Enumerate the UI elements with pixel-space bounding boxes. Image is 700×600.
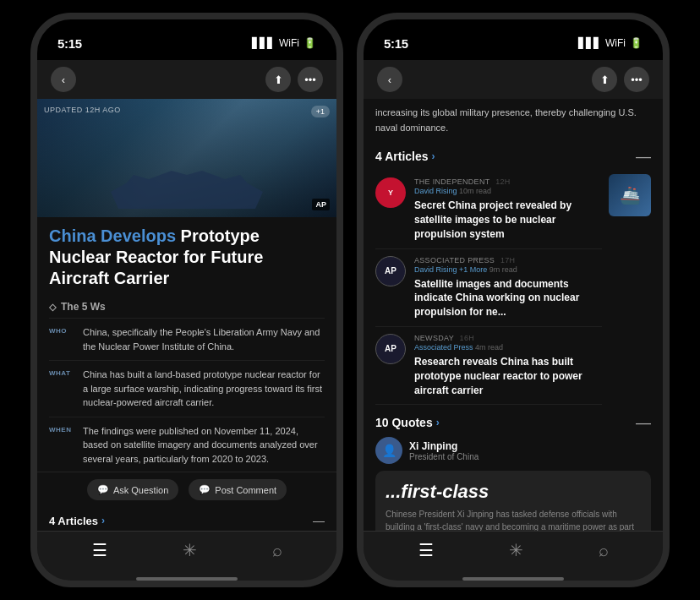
articles-chevron-2: › bbox=[432, 150, 435, 162]
ask-icon-1: 💬 bbox=[97, 484, 109, 495]
hero-image: UPDATED 12H AGO AP +1 bbox=[37, 99, 336, 217]
quote-context: Chinese President Xi Jinping has tasked … bbox=[386, 508, 641, 531]
article-card-3[interactable]: AP NEWSDAY 16H Associated Press 4m read … bbox=[375, 327, 602, 405]
ws-what-text: China has built a land-based prototype n… bbox=[83, 368, 325, 410]
quote-avatar: 👤 bbox=[375, 437, 402, 464]
article-thumb-right: 🚢 bbox=[609, 174, 651, 216]
ws-when-label: WHEN bbox=[49, 424, 74, 466]
title-newsday: Research reveals China has built prototy… bbox=[414, 355, 602, 397]
article-card-2[interactable]: AP ASSOCIATED PRESS 17H David Rising +1 … bbox=[375, 249, 602, 327]
quotes-section: 10 Quotes › — 👤 Xi Jinping President of … bbox=[364, 408, 663, 531]
status-bar-1: 5:15 ▋▋▋ WiFi 🔋 bbox=[37, 19, 336, 60]
ws-when-text: The findings were published on November … bbox=[83, 424, 325, 466]
news-icon-2: ☰ bbox=[418, 540, 434, 560]
avatar-newsday: AP bbox=[375, 334, 406, 364]
articles-section-title: 4 Articles › bbox=[375, 150, 435, 163]
articles-row: Y THE INDEPENDENT 12H David Rising 10m r… bbox=[375, 171, 651, 405]
nav-bar-1: ‹ ⬆ ••• bbox=[37, 60, 336, 99]
five-ws-label: The 5 Ws bbox=[61, 301, 106, 313]
tab-star-1[interactable]: ✳ bbox=[183, 540, 197, 560]
back-button-1[interactable]: ‹ bbox=[51, 67, 76, 92]
dynamic-island-2 bbox=[446, 30, 539, 53]
share-button-1[interactable]: ⬆ bbox=[265, 67, 291, 92]
post-comment-button-1[interactable]: 💬 Post Comment bbox=[189, 479, 287, 500]
phone2-content: increasing its global military presence,… bbox=[364, 99, 663, 531]
status-time-1: 5:15 bbox=[57, 36, 82, 51]
article-card-body-2: ASSOCIATED PRESS 17H David Rising +1 Mor… bbox=[414, 256, 602, 319]
share-button-2[interactable]: ⬆ bbox=[592, 67, 617, 92]
ws-what: WHAT China has built a land-based protot… bbox=[49, 360, 325, 417]
quote-author-name: Xi Jinping bbox=[409, 440, 479, 452]
source-newsday: NEWSDAY 16H bbox=[414, 334, 602, 342]
ws-when: WHEN The findings were published on Nove… bbox=[49, 417, 325, 472]
tab-bar-2: ☰ ✳ ⌕ bbox=[364, 531, 663, 574]
quote-card: ...first-class Chinese President Xi Jinp… bbox=[375, 471, 651, 531]
articles-bar-left-1: 4 Articles › bbox=[49, 515, 105, 527]
quotes-collapse[interactable]: — bbox=[636, 415, 651, 430]
more-button-2[interactable]: ••• bbox=[624, 67, 649, 92]
article-card-body-3: NEWSDAY 16H Associated Press 4m read Res… bbox=[414, 334, 602, 397]
quote-text: ...first-class bbox=[386, 481, 641, 503]
scrolled-article: increasing its global military presence,… bbox=[364, 99, 663, 142]
article-title: China Develops Prototype Nuclear Reactor… bbox=[49, 226, 325, 289]
phone-2: 5:15 ▋▋▋ WiFi 🔋 ‹ ⬆ ••• increasing its g… bbox=[357, 13, 670, 587]
title-ap-1: Satellite images and documents indicate … bbox=[414, 277, 602, 319]
title-highlight: China Develops bbox=[49, 226, 176, 245]
plus-badge: +1 bbox=[311, 106, 330, 117]
home-indicator-2 bbox=[462, 577, 564, 581]
ws-who: WHO China, specifically the People's Lib… bbox=[49, 318, 325, 360]
tab-news-1[interactable]: ☰ bbox=[92, 540, 107, 560]
ws-who-text: China, specifically the People's Liberat… bbox=[83, 325, 325, 353]
title-independent: Secret China project revealed by satelli… bbox=[414, 199, 602, 241]
status-icons-1: ▋▋▋ WiFi 🔋 bbox=[252, 37, 316, 49]
articles-bar-1[interactable]: 4 Articles › — bbox=[37, 507, 336, 531]
nav-actions-2: ⬆ ••• bbox=[592, 67, 649, 92]
ask-label-1: Ask Question bbox=[113, 485, 168, 495]
author-newsday: Associated Press 4m read bbox=[414, 343, 602, 352]
battery-icon-2: 🔋 bbox=[630, 37, 643, 49]
nav-bar-2: ‹ ⬆ ••• bbox=[364, 60, 663, 99]
quote-author-info: Xi Jinping President of China bbox=[409, 440, 479, 461]
wifi-icon: WiFi bbox=[279, 37, 299, 49]
ws-what-label: WHAT bbox=[49, 368, 74, 410]
comment-label-1: Post Comment bbox=[215, 485, 276, 495]
article-title-block: China Develops Prototype Nuclear Reactor… bbox=[37, 217, 336, 296]
search-icon-1: ⌕ bbox=[272, 541, 282, 560]
home-indicator-1 bbox=[136, 577, 238, 581]
star-icon-2: ✳ bbox=[509, 540, 523, 560]
phone-1: 5:15 ▋▋▋ WiFi 🔋 ‹ ⬆ ••• UPDATED 12H AGO … bbox=[30, 13, 343, 587]
article-card-1[interactable]: Y THE INDEPENDENT 12H David Rising 10m r… bbox=[375, 171, 602, 248]
articles-section-2: 4 Articles › — Y THE INDEPENDENT 12H Dav… bbox=[364, 142, 663, 408]
quote-author-row: 👤 Xi Jinping President of China bbox=[375, 437, 651, 464]
tab-search-1[interactable]: ⌕ bbox=[272, 541, 282, 560]
news-icon-1: ☰ bbox=[92, 540, 107, 560]
source-independent: THE INDEPENDENT 12H bbox=[414, 177, 602, 186]
ws-who-label: WHO bbox=[49, 325, 74, 353]
tab-bar-1: ☰ ✳ ⌕ bbox=[37, 531, 336, 574]
articles-section-header: 4 Articles › — bbox=[375, 149, 651, 164]
quotes-chevron: › bbox=[436, 417, 440, 428]
articles-collapse-1[interactable]: — bbox=[313, 514, 325, 527]
bottom-actions-1: 💬 Ask Question 💬 Post Comment bbox=[37, 472, 336, 507]
five-ws-section[interactable]: The 5 Ws WHO China, specifically the Peo… bbox=[37, 296, 336, 472]
signal-icon-2: ▋▋▋ bbox=[578, 37, 601, 49]
status-time-2: 5:15 bbox=[384, 36, 408, 51]
back-button-2[interactable]: ‹ bbox=[377, 67, 402, 92]
articles-count-1: 4 Articles bbox=[49, 515, 98, 527]
quote-author-title: President of China bbox=[409, 452, 479, 461]
ask-question-button-1[interactable]: 💬 Ask Question bbox=[87, 479, 178, 500]
avatar-ap-1: AP bbox=[375, 256, 406, 286]
article-card-body-1: THE INDEPENDENT 12H David Rising 10m rea… bbox=[414, 177, 602, 241]
avatar-independent: Y bbox=[375, 177, 406, 208]
tab-news-2[interactable]: ☰ bbox=[418, 540, 434, 560]
author-ap-1: David Rising +1 More 9m read bbox=[414, 265, 602, 274]
tab-search-2[interactable]: ⌕ bbox=[599, 541, 609, 560]
tab-star-2[interactable]: ✳ bbox=[509, 540, 523, 560]
scrolled-text: increasing its global military presence,… bbox=[375, 106, 651, 135]
comment-icon-1: 💬 bbox=[199, 484, 211, 495]
articles-collapse-2[interactable]: — bbox=[636, 149, 651, 164]
more-button-1[interactable]: ••• bbox=[298, 67, 323, 92]
dynamic-island-1 bbox=[120, 30, 213, 53]
articles-count-2: 4 Articles bbox=[375, 150, 429, 163]
status-bar-2: 5:15 ▋▋▋ WiFi 🔋 bbox=[364, 19, 663, 60]
